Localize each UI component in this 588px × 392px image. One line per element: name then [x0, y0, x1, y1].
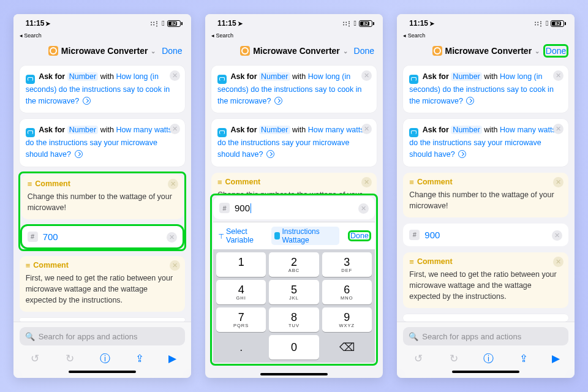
comment-body[interactable]: Change this number to the wattage of you…: [28, 191, 177, 213]
undo-icon[interactable]: ↺: [28, 352, 42, 365]
number-value[interactable]: 700: [43, 232, 58, 242]
status-time: 11:15: [26, 19, 45, 28]
clear-icon[interactable]: ✕: [358, 203, 369, 214]
search-field[interactable]: 🔍 Search for apps and actions: [403, 327, 568, 345]
key-5[interactable]: 5JKL: [269, 280, 318, 304]
clear-icon[interactable]: ✕: [167, 232, 177, 243]
info-icon[interactable]: ⓘ: [482, 352, 496, 366]
ask-icon: [217, 128, 227, 137]
comment-action-2[interactable]: ✕ Comment First, we need to get the rati…: [403, 252, 568, 308]
key-3[interactable]: 3DEF: [322, 252, 372, 277]
number-action[interactable]: # 900 ✕: [403, 224, 568, 246]
delete-action-icon[interactable]: ✕: [553, 177, 564, 187]
delete-action-icon[interactable]: ✕: [553, 257, 564, 267]
bottom-bar: 🔍 Search for apps and actions ↺ ↻ ⓘ ⇪ ▶: [13, 322, 191, 378]
chevron-down-icon[interactable]: ⌄: [151, 48, 156, 55]
back-to-search[interactable]: Search: [403, 32, 425, 39]
search-field[interactable]: 🔍 Search for apps and actions: [20, 327, 185, 345]
variable-pill[interactable]: Instructions Wattage: [271, 227, 339, 245]
undo-icon[interactable]: ↺: [412, 352, 425, 365]
battery-icon: 82: [359, 20, 374, 27]
chevron-down-icon[interactable]: ⌄: [343, 48, 348, 55]
delete-action-icon[interactable]: ✕: [553, 124, 564, 134]
shortcut-title[interactable]: Microwave Converter: [253, 46, 340, 56]
key-7[interactable]: 7PQRS: [216, 307, 266, 332]
comment-action-1[interactable]: ✕ Comment Change this number to the watt…: [21, 175, 183, 219]
expand-icon[interactable]: [266, 150, 274, 158]
ask-icon: [409, 128, 418, 137]
key-4[interactable]: 4GHI: [216, 280, 266, 304]
shortcut-title[interactable]: Microwave Converter: [61, 46, 148, 56]
delete-action-icon[interactable]: ✕: [361, 124, 372, 134]
back-to-search[interactable]: Search: [211, 32, 233, 39]
comment-action-1[interactable]: ✕ Comment Change this number to the watt…: [211, 173, 377, 194]
ask-action-2[interactable]: ✕ Ask for Number with How many watts do …: [403, 119, 568, 166]
cell-icon: ∷⋮: [535, 20, 543, 27]
share-icon[interactable]: ⇪: [517, 352, 530, 365]
number-value[interactable]: 900: [424, 230, 440, 240]
location-icon: ➤: [45, 20, 50, 27]
ask-action-1[interactable]: ✕ Ask for Number with How long (in secon…: [211, 66, 377, 113]
key-backspace[interactable]: ⌫: [322, 335, 372, 360]
ask-icon: [26, 75, 35, 84]
navbar: Microwave Converter ⌄ Done: [205, 39, 383, 63]
delete-action-icon[interactable]: ✕: [168, 179, 178, 189]
key-9[interactable]: 9WXYZ: [322, 307, 372, 332]
key-0[interactable]: 0: [269, 335, 318, 360]
text-caret: [251, 203, 251, 213]
phone-middle: 11:15 ➤ ∷⋮ 􀙇 82 Search Microwave Convert…: [205, 14, 383, 378]
ask-type-token[interactable]: Number: [67, 72, 98, 81]
keyboard-done-button[interactable]: Done: [349, 232, 370, 240]
shortcut-icon: [240, 46, 250, 56]
delete-action-icon[interactable]: ✕: [553, 70, 564, 81]
delete-action-icon[interactable]: ✕: [361, 70, 372, 81]
comment-action-1[interactable]: ✕ Comment Change this number to the watt…: [403, 173, 568, 217]
share-icon[interactable]: ⇪: [133, 352, 146, 365]
key-2[interactable]: 2ABC: [269, 252, 318, 277]
expand-icon[interactable]: [274, 97, 282, 105]
ask-icon: [409, 75, 418, 84]
number-value[interactable]: 900: [235, 203, 251, 213]
key-1[interactable]: 1: [216, 252, 266, 277]
expand-icon[interactable]: [83, 97, 91, 105]
redo-icon[interactable]: ↻: [63, 352, 77, 365]
wifi-icon: 􀙇: [162, 19, 164, 28]
run-button[interactable]: ▶: [168, 352, 176, 365]
key-8[interactable]: 8TUV: [269, 307, 318, 332]
ask-type-token[interactable]: Number: [67, 126, 98, 134]
comment-header: Comment: [26, 261, 179, 270]
run-button[interactable]: ▶: [552, 352, 560, 365]
select-variable-button[interactable]: Select Variable: [218, 227, 266, 244]
delete-action-icon[interactable]: ✕: [361, 177, 372, 187]
number-action[interactable]: # 700 ✕: [21, 225, 183, 248]
redo-icon[interactable]: ↻: [447, 352, 461, 365]
expand-icon[interactable]: [75, 150, 83, 158]
clear-icon[interactable]: ✕: [552, 230, 562, 241]
ask-action-2[interactable]: ✕ Ask for Number with How many watts do …: [211, 119, 377, 166]
delete-action-icon[interactable]: ✕: [170, 260, 180, 271]
ask-action-1[interactable]: ✕ Ask for Number with How long (in secon…: [20, 66, 185, 113]
key-dot[interactable]: .: [216, 335, 266, 360]
shortcut-title[interactable]: Microwave Converter: [445, 46, 532, 56]
key-6[interactable]: 6MNO: [322, 280, 372, 304]
expand-icon[interactable]: [466, 97, 474, 105]
delete-action-icon[interactable]: ✕: [170, 70, 180, 81]
ask-action-1[interactable]: ✕ Ask for Number with How long (in secon…: [403, 66, 568, 113]
wifi-icon: 􀙇: [354, 19, 356, 28]
expand-icon[interactable]: [458, 150, 466, 158]
chevron-down-icon[interactable]: ⌄: [535, 48, 540, 55]
toolbar: ↺ ↻ ⓘ ⇪ ▶: [20, 345, 185, 367]
delete-action-icon[interactable]: ✕: [170, 124, 180, 134]
number-action[interactable]: # 900 ✕: [213, 197, 375, 219]
info-icon[interactable]: ⓘ: [98, 352, 111, 366]
back-to-search[interactable]: Search: [20, 32, 42, 39]
numeric-keypad: 1 2ABC 3DEF 4GHI 5JKL 6MNO 7PQRS 8TUV 9W…: [213, 249, 375, 363]
comment-action-2[interactable]: ✕ Comment First, we need to get the rati…: [20, 256, 185, 312]
home-indicator: [260, 373, 328, 375]
ask-action-2[interactable]: ✕ Ask for Number with How many watts do …: [20, 119, 185, 166]
battery-icon: 82: [167, 20, 183, 27]
nav-done-button[interactable]: Done: [160, 45, 183, 56]
nav-done-button[interactable]: Done: [545, 45, 567, 56]
nav-done-button[interactable]: Done: [353, 45, 375, 56]
comment-body[interactable]: First, we need to get the ratio between …: [26, 273, 179, 306]
